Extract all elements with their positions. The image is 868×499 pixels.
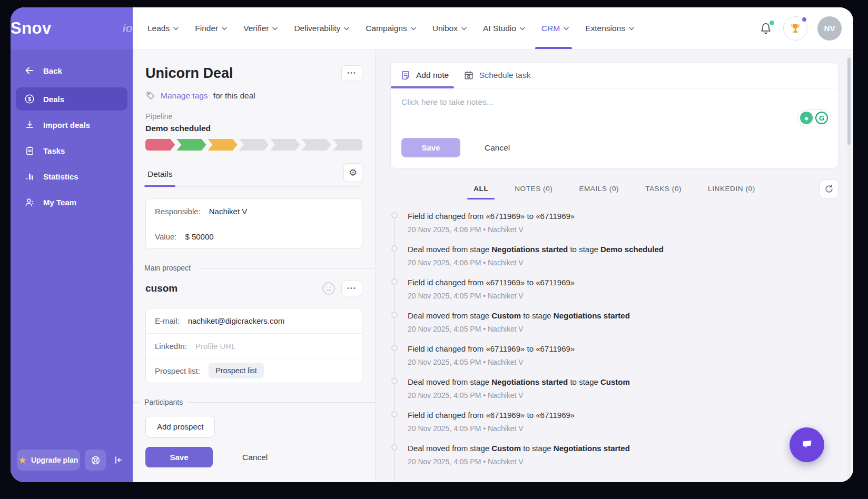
achievements-button[interactable] bbox=[783, 16, 807, 41]
chevron-down-icon bbox=[222, 27, 227, 31]
add-prospect-button[interactable]: Add prospect bbox=[145, 416, 215, 437]
user-initials: NV bbox=[824, 24, 835, 33]
sidebar-item-back[interactable]: Back bbox=[16, 59, 127, 82]
note-save-button[interactable]: Save bbox=[401, 138, 460, 157]
timeline-entry: Deal moved from stage Custom to stage Ne… bbox=[391, 311, 839, 334]
logo-suffix: io bbox=[122, 22, 133, 35]
email-field[interactable]: E-mail: nachiket@digicrackers.com bbox=[146, 308, 362, 333]
details-settings-button[interactable]: ⚙ bbox=[343, 163, 362, 182]
field-label: E-mail: bbox=[155, 316, 180, 325]
nav-item-leads[interactable]: Leads bbox=[147, 7, 179, 49]
user-avatar[interactable]: NV bbox=[817, 16, 842, 41]
arrow-left-icon bbox=[24, 65, 35, 76]
notifications-button[interactable] bbox=[760, 22, 773, 35]
main-area: Leads Finder Verifier Deliverability Cam… bbox=[133, 7, 853, 482]
filter-tab-notes[interactable]: NOTES (0) bbox=[514, 183, 554, 199]
topnav-right: NV bbox=[760, 7, 842, 49]
value-value: $ 50000 bbox=[185, 232, 213, 241]
linkedin-field[interactable]: LinkedIn: Profile URL bbox=[146, 333, 362, 358]
nav-item-extensions[interactable]: Extensions bbox=[585, 7, 634, 49]
note-tabs: Add note Schedule task bbox=[391, 63, 838, 88]
timeline-entry-meta: 20 Nov 2025, 4:05 PM • Nachiket V bbox=[408, 357, 839, 367]
nav-item-verifier[interactable]: Verifier bbox=[243, 7, 278, 49]
prospect-list-field[interactable]: Prospect list: Prospect list bbox=[146, 358, 362, 383]
sidebar: Snov io Back $ Deals Import deals bbox=[11, 7, 133, 482]
timeline-entry: Field id changed from «6711969» to «6711… bbox=[391, 410, 839, 434]
sidebar-item-my-team[interactable]: My Team bbox=[16, 191, 127, 214]
nav-item-unibox[interactable]: Unibox bbox=[432, 7, 467, 49]
responsible-field[interactable]: Responsible: Nachiket V bbox=[146, 199, 362, 224]
value-field[interactable]: Value: $ 50000 bbox=[146, 224, 362, 248]
timeline-dot-icon bbox=[391, 212, 398, 218]
timeline-entry-meta: 20 Nov 2025, 4:05 PM • Nachiket V bbox=[408, 457, 839, 467]
prospect-name: cusom bbox=[145, 283, 316, 294]
upgrade-plan-button[interactable]: ★ Upgrade plan bbox=[17, 450, 80, 471]
collapse-sidebar-button[interactable] bbox=[111, 450, 126, 471]
nav-item-campaigns[interactable]: Campaigns bbox=[366, 7, 416, 49]
tab-add-note[interactable]: Add note bbox=[400, 63, 449, 88]
filter-tab-all[interactable]: ALL bbox=[472, 183, 489, 199]
note-cancel-button[interactable]: Cancel bbox=[485, 143, 510, 153]
manage-tags-link[interactable]: Manage tags bbox=[161, 91, 208, 101]
filter-tab-emails[interactable]: EMAILS (0) bbox=[578, 183, 620, 199]
filter-tab-linkedin[interactable]: LINKEDIN (0) bbox=[707, 183, 756, 199]
pipeline-stage-7[interactable] bbox=[333, 139, 362, 151]
filter-tab-tasks[interactable]: TASKS (0) bbox=[644, 183, 683, 199]
refresh-icon bbox=[824, 184, 834, 194]
chat-widget-button[interactable] bbox=[790, 427, 824, 462]
nav-item-ai-studio[interactable]: AI Studio bbox=[483, 7, 525, 49]
meh-face-icon bbox=[322, 282, 336, 295]
main-prospect-divider: Main prospect bbox=[145, 264, 362, 272]
sidebar-item-label: Deals bbox=[43, 95, 64, 104]
timeline-entry-meta: 20 Nov 2025, 4:05 PM • Nachiket V bbox=[408, 391, 839, 401]
grammarly-widget[interactable]: ◆ G bbox=[797, 109, 831, 126]
pipeline-stage-2[interactable] bbox=[176, 139, 206, 151]
nav-item-label: Campaigns bbox=[366, 24, 407, 33]
achievements-badge bbox=[801, 16, 807, 23]
timeline-entry-title: Deal moved from stage Negotiations start… bbox=[408, 244, 839, 255]
activity-filter-row: ALL NOTES (0) EMAILS (0) TASKS (0) LINKE… bbox=[390, 183, 839, 199]
pipeline-stage-5[interactable] bbox=[270, 139, 300, 151]
sidebar-item-tasks[interactable]: Tasks bbox=[16, 139, 127, 162]
prospect-status-button[interactable] bbox=[321, 281, 336, 296]
tab-label: Add note bbox=[416, 71, 449, 80]
deal-more-button[interactable]: ••• bbox=[341, 65, 362, 81]
deal-save-button[interactable]: Save bbox=[145, 447, 213, 467]
sidebar-item-statistics[interactable]: Statistics bbox=[16, 165, 127, 188]
prospect-list-chip[interactable]: Prospect list bbox=[209, 363, 264, 378]
pipeline-stage-3[interactable] bbox=[208, 139, 238, 151]
nav-item-crm[interactable]: CRM bbox=[541, 7, 569, 49]
nav-item-deliverability[interactable]: Deliverability bbox=[294, 7, 349, 49]
help-button[interactable] bbox=[85, 450, 106, 471]
note-input[interactable]: Click here to take notes... ◆ G bbox=[391, 88, 838, 135]
tab-schedule-task[interactable]: Schedule task bbox=[463, 63, 530, 88]
chevron-down-icon bbox=[629, 27, 634, 31]
sidebar-item-label: Import deals bbox=[43, 121, 90, 129]
pipeline-stage-6[interactable] bbox=[301, 139, 331, 151]
sidebar-item-label: My Team bbox=[43, 198, 76, 207]
prospect-more-button[interactable]: ••• bbox=[341, 281, 362, 296]
pipeline-stage-1[interactable] bbox=[145, 139, 175, 151]
timeline-dot-icon bbox=[391, 245, 398, 252]
participants-label: Participants bbox=[144, 398, 183, 406]
sidebar-nav: Back $ Deals Import deals Tasks bbox=[11, 49, 133, 216]
sidebar-item-import-deals[interactable]: Import deals bbox=[16, 113, 127, 136]
deal-cancel-button[interactable]: Cancel bbox=[242, 453, 268, 462]
details-tab-row: Details ⚙ bbox=[145, 163, 362, 187]
refresh-button[interactable] bbox=[820, 179, 839, 198]
chevron-down-icon bbox=[411, 27, 416, 31]
chevron-down-icon bbox=[564, 27, 569, 31]
participants-divider: Participants bbox=[145, 398, 362, 406]
timeline-entry-meta: 20 Nov 2025, 4:05 PM • Nachiket V bbox=[408, 324, 839, 334]
pipeline-stage-4[interactable] bbox=[239, 139, 269, 151]
sidebar-item-deals[interactable]: $ Deals bbox=[16, 87, 127, 111]
snov-logo[interactable]: Snov io bbox=[11, 7, 133, 49]
dollar-circle-icon: $ bbox=[24, 93, 35, 105]
page-scrollbar[interactable] bbox=[847, 54, 851, 480]
nav-item-label: Deliverability bbox=[294, 24, 340, 33]
sidebar-item-label: Statistics bbox=[43, 172, 78, 181]
tab-details[interactable]: Details bbox=[145, 169, 174, 186]
sidebar-bottom: ★ Upgrade plan bbox=[11, 450, 133, 482]
nav-item-finder[interactable]: Finder bbox=[195, 7, 227, 49]
scrollbar-thumb[interactable] bbox=[847, 58, 851, 145]
